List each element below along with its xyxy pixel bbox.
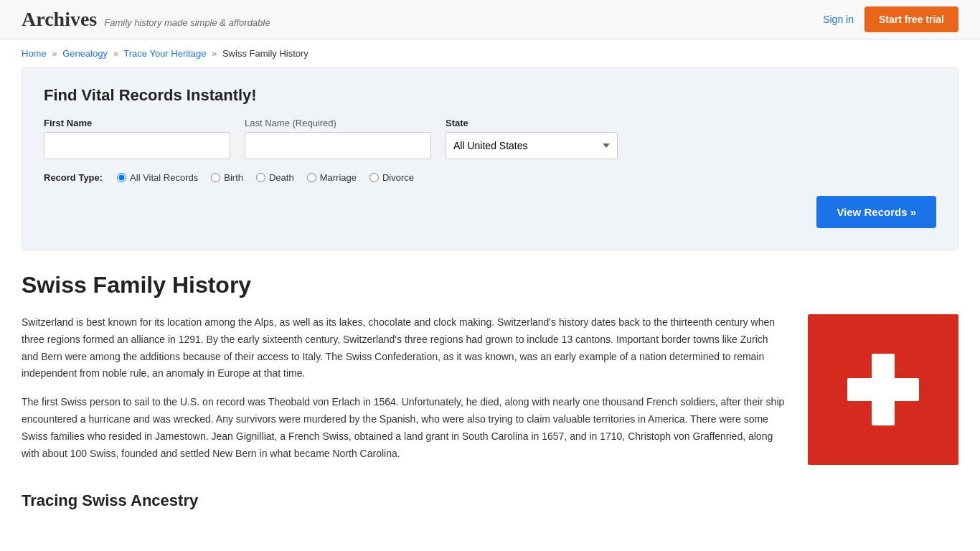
breadcrumb: Home » Genealogy » Trace Your Heritage »… bbox=[0, 39, 980, 67]
record-type-label: Record Type: bbox=[44, 172, 103, 183]
last-name-required: (Required) bbox=[293, 118, 336, 128]
last-name-label: Last Name (Required) bbox=[245, 118, 431, 128]
header-right: Sign in Start free trial bbox=[823, 6, 958, 32]
record-type-row: Record Type: All Vital Records Birth Dea… bbox=[44, 172, 936, 183]
radio-marriage-label: Marriage bbox=[320, 172, 357, 183]
breadcrumb-trace[interactable]: Trace Your Heritage bbox=[123, 48, 206, 59]
radio-divorce-label: Divorce bbox=[382, 172, 414, 183]
radio-death[interactable] bbox=[256, 173, 265, 182]
section-2-title: Tracing Swiss Ancestry bbox=[22, 491, 958, 510]
first-name-input[interactable] bbox=[44, 132, 230, 159]
radio-divorce[interactable] bbox=[369, 173, 379, 182]
state-group: State All United States bbox=[446, 118, 618, 159]
radio-all[interactable] bbox=[117, 173, 126, 182]
breadcrumb-current: Swiss Family History bbox=[222, 48, 308, 59]
breadcrumb-sep-1: » bbox=[52, 48, 57, 59]
article-title: Swiss Family History bbox=[22, 272, 958, 298]
breadcrumb-sep-2: » bbox=[113, 48, 118, 59]
swiss-flag bbox=[808, 314, 958, 465]
radio-birth-label: Birth bbox=[224, 172, 243, 183]
state-label: State bbox=[446, 118, 618, 128]
breadcrumb-sep-3: » bbox=[212, 48, 217, 59]
search-box: Find Vital Records Instantly! First Name… bbox=[22, 67, 958, 250]
header: Archives Family history made simple & af… bbox=[0, 0, 980, 39]
last-name-input[interactable] bbox=[245, 132, 431, 159]
first-name-group: First Name bbox=[44, 118, 230, 159]
article-paragraph-2: The first Swiss person to sail to the U.… bbox=[22, 394, 786, 462]
last-name-group: Last Name (Required) bbox=[245, 118, 431, 159]
start-trial-button[interactable]: Start free trial bbox=[864, 6, 958, 32]
article-body: Switzerland is best known for its locati… bbox=[22, 314, 958, 474]
radio-label-death[interactable]: Death bbox=[256, 172, 294, 183]
radio-label-marriage[interactable]: Marriage bbox=[307, 172, 357, 183]
search-btn-row: View Records » bbox=[44, 196, 936, 228]
radio-group: All Vital Records Birth Death Marriage D… bbox=[117, 172, 414, 183]
breadcrumb-home[interactable]: Home bbox=[22, 48, 47, 59]
radio-all-label: All Vital Records bbox=[130, 172, 198, 183]
logo-tagline: Family history made simple & affordable bbox=[104, 17, 270, 28]
main-content: Find Vital Records Instantly! First Name… bbox=[0, 67, 980, 532]
state-select[interactable]: All United States bbox=[446, 132, 618, 159]
radio-death-label: Death bbox=[269, 172, 294, 183]
radio-label-all[interactable]: All Vital Records bbox=[117, 172, 198, 183]
radio-label-birth[interactable]: Birth bbox=[211, 172, 243, 183]
radio-birth[interactable] bbox=[211, 173, 220, 182]
swiss-cross bbox=[847, 354, 919, 425]
search-fields: First Name Last Name (Required) State Al… bbox=[44, 118, 936, 159]
radio-label-divorce[interactable]: Divorce bbox=[369, 172, 414, 183]
article-paragraph-1: Switzerland is best known for its locati… bbox=[22, 314, 786, 382]
cross-vertical bbox=[872, 354, 895, 425]
breadcrumb-genealogy[interactable]: Genealogy bbox=[62, 48, 108, 59]
article-text: Switzerland is best known for its locati… bbox=[22, 314, 786, 474]
first-name-label: First Name bbox=[44, 118, 230, 128]
sign-in-link[interactable]: Sign in bbox=[823, 14, 854, 25]
radio-marriage[interactable] bbox=[307, 173, 316, 182]
view-records-button[interactable]: View Records » bbox=[816, 196, 936, 228]
header-left: Archives Family history made simple & af… bbox=[22, 8, 270, 31]
search-title: Find Vital Records Instantly! bbox=[44, 86, 936, 105]
logo: Archives bbox=[22, 8, 97, 31]
last-name-label-text: Last Name bbox=[245, 118, 290, 128]
